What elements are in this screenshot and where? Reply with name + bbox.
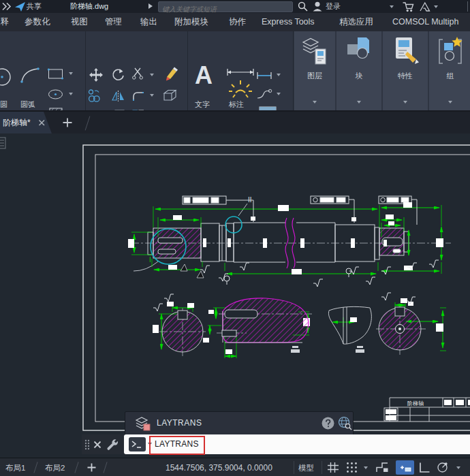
grid-icon[interactable] bbox=[327, 462, 339, 473]
close-icon[interactable] bbox=[93, 441, 101, 449]
circle-tool-icon[interactable] bbox=[0, 67, 12, 87]
tab-manage[interactable]: 管理 bbox=[105, 13, 122, 31]
panel-label-block[interactable]: 块 bbox=[336, 71, 381, 81]
command-input-field[interactable]: LAYTRANS bbox=[124, 434, 470, 454]
dynamic-input-button[interactable] bbox=[396, 460, 414, 475]
tolerance-frames bbox=[183, 196, 417, 225]
detail-label-I: I bbox=[149, 256, 151, 264]
drawing-canvas[interactable]: 阶梯轴 bbox=[0, 133, 470, 458]
command-grip-area bbox=[82, 434, 124, 454]
panel-block[interactable]: 块 bbox=[336, 31, 381, 112]
chevron-down-icon[interactable] bbox=[390, 5, 394, 8]
search-box[interactable] bbox=[158, 1, 293, 12]
panel-label-group[interactable]: 组 bbox=[429, 71, 470, 81]
globe-search-icon[interactable] bbox=[338, 416, 352, 430]
autodesk-triangle-icon[interactable] bbox=[420, 1, 430, 12]
titlebar-divider bbox=[467, 1, 468, 12]
text-icon[interactable]: A bbox=[195, 61, 213, 90]
chevron-down-icon[interactable] bbox=[456, 466, 460, 469]
share-label[interactable]: 共享 bbox=[27, 1, 42, 12]
tab-featured-apps[interactable]: 精选应用 bbox=[339, 13, 373, 31]
command-highlight-box bbox=[149, 436, 205, 455]
block-icon bbox=[346, 36, 372, 66]
file-tab-label: 阶梯轴* bbox=[3, 117, 31, 129]
flyout-arrow-icon[interactable] bbox=[148, 3, 153, 9]
layout2-tab[interactable]: 布局2 bbox=[45, 463, 65, 473]
cart-icon[interactable] bbox=[403, 1, 414, 12]
signin-label[interactable]: 登录 bbox=[326, 1, 341, 12]
panel-label-properties[interactable]: 特性 bbox=[383, 71, 428, 81]
rotate-icon[interactable] bbox=[111, 68, 125, 82]
chevron-down-icon[interactable] bbox=[150, 74, 154, 76]
arc-tool-icon[interactable] bbox=[20, 67, 40, 84]
rectangle-tool-icon[interactable] bbox=[48, 68, 64, 80]
snap-icon[interactable] bbox=[346, 462, 358, 473]
dimension-icon[interactable] bbox=[225, 68, 255, 98]
move-icon[interactable] bbox=[89, 68, 103, 82]
surface-finish-symbols bbox=[153, 260, 439, 311]
new-tab-plus-icon[interactable] bbox=[63, 118, 72, 127]
ellipse-tool-icon[interactable] bbox=[48, 89, 64, 100]
chevron-down-icon[interactable] bbox=[434, 5, 438, 8]
layout1-tab[interactable]: 布局1 bbox=[5, 463, 25, 473]
dimension-tool-label[interactable]: 标注 bbox=[229, 99, 244, 110]
titleblock-title: 阶梯轴 bbox=[407, 400, 424, 407]
tab-annotate[interactable]: 注释 bbox=[0, 13, 9, 31]
chevron-down-icon[interactable] bbox=[357, 101, 361, 104]
status-separator bbox=[294, 461, 294, 474]
chevron-down-icon[interactable] bbox=[403, 101, 407, 104]
model-space-button[interactable]: 模型 bbox=[298, 463, 314, 473]
close-icon[interactable] bbox=[38, 119, 46, 127]
detail-view-keyway bbox=[222, 298, 309, 353]
command-prompt-icon[interactable] bbox=[129, 437, 146, 451]
user-icon[interactable] bbox=[313, 1, 322, 12]
command-suggestion-tooltip[interactable]: LAYTRANS bbox=[125, 411, 354, 436]
leader-icon[interactable] bbox=[256, 89, 272, 99]
chevron-down-icon[interactable] bbox=[69, 93, 73, 95]
new-layout-plus-icon[interactable] bbox=[87, 463, 96, 472]
chevron-down-icon[interactable] bbox=[364, 466, 368, 469]
tab-express-tools[interactable]: Express Tools bbox=[262, 13, 315, 31]
ortho-icon[interactable] bbox=[418, 462, 430, 473]
trim-scissors-icon[interactable] bbox=[132, 67, 144, 80]
tab-parametric[interactable]: 参数化 bbox=[25, 13, 50, 31]
fillet-icon[interactable] bbox=[132, 90, 144, 101]
coordinates-display[interactable]: 1544.7506, 375.9004, 0.0000 bbox=[166, 463, 272, 473]
arc-tool-label[interactable]: 圆弧 bbox=[20, 99, 35, 110]
layout-separator bbox=[33, 462, 37, 473]
box-3d-icon[interactable] bbox=[163, 89, 178, 102]
chevron-down-icon[interactable] bbox=[277, 74, 281, 76]
chevron-down-icon[interactable] bbox=[277, 93, 281, 95]
chevron-down-icon[interactable] bbox=[448, 101, 452, 104]
panel-layers[interactable]: 图层 bbox=[294, 31, 335, 112]
navbar-stub bbox=[0, 138, 5, 148]
circle-tool-label[interactable]: 圆 bbox=[0, 99, 7, 110]
collapse-chevrons-icon[interactable] bbox=[2, 2, 12, 11]
panel-properties[interactable]: 特性 bbox=[383, 31, 428, 112]
tab-collaborate[interactable]: 协作 bbox=[229, 13, 246, 31]
tab-addins[interactable]: 附加模块 bbox=[174, 13, 208, 31]
status-separator bbox=[322, 461, 322, 474]
polar-tracking-icon[interactable] bbox=[437, 461, 450, 473]
search-icon[interactable] bbox=[298, 1, 308, 12]
chevron-down-icon[interactable] bbox=[313, 101, 317, 104]
linear-dim-icon[interactable] bbox=[256, 71, 272, 80]
step-snap-icon[interactable] bbox=[376, 462, 389, 473]
tab-output[interactable]: 输出 bbox=[140, 13, 157, 31]
tab-view[interactable]: 视图 bbox=[71, 13, 88, 31]
copy-icon[interactable] bbox=[88, 89, 101, 102]
panel-group[interactable]: 组 bbox=[429, 31, 470, 112]
chevron-down-icon[interactable] bbox=[150, 94, 154, 97]
text-tool-label[interactable]: 文字 bbox=[195, 99, 210, 110]
wrench-icon[interactable] bbox=[106, 439, 119, 451]
command-line-dock: LAYTRANS bbox=[82, 434, 470, 455]
share-plane-icon[interactable] bbox=[14, 1, 26, 12]
drag-handle-icon[interactable] bbox=[84, 439, 90, 450]
tab-comsol[interactable]: COMSOL Multiph bbox=[392, 13, 458, 31]
sheet-border bbox=[83, 145, 470, 430]
panel-label-layers[interactable]: 图层 bbox=[294, 71, 335, 81]
chevron-down-icon[interactable] bbox=[69, 72, 73, 75]
mirror-icon[interactable] bbox=[112, 89, 125, 102]
help-icon[interactable] bbox=[322, 417, 334, 430]
erase-pencil-icon[interactable] bbox=[163, 66, 179, 82]
